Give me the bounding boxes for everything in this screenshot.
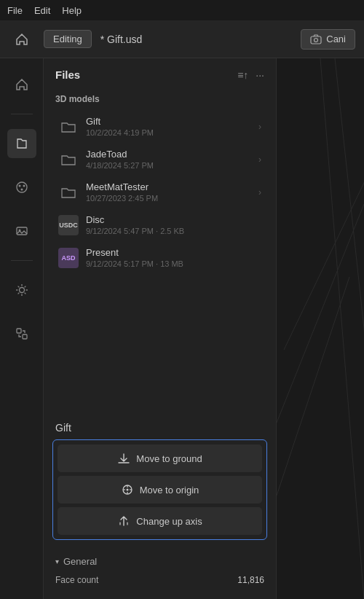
sidebar-files-btn[interactable] xyxy=(7,129,36,158)
more-icon[interactable]: ··· xyxy=(256,69,264,81)
menu-help[interactable]: Help xyxy=(62,5,82,16)
list-item[interactable]: MeetMatTester 10/27/2023 2:45 PM › xyxy=(47,176,273,208)
file-info: Present 9/12/2024 5:17 PM · 13 MB xyxy=(86,247,261,268)
svg-point-2 xyxy=(17,182,27,192)
svg-line-16 xyxy=(17,293,19,294)
change-up-axis-button[interactable]: Change up axis xyxy=(58,507,262,535)
list-item[interactable]: ASD Present 9/12/2024 5:17 PM · 13 MB xyxy=(47,241,273,274)
change-up-axis-label: Change up axis xyxy=(136,516,202,527)
svg-point-21 xyxy=(126,489,128,491)
chevron-right-icon: › xyxy=(258,154,261,165)
file-meta: 10/2/2024 4:19 PM xyxy=(86,128,251,137)
svg-line-27 xyxy=(335,58,364,599)
toolbar: Editing * Gift.usd Cani xyxy=(0,20,364,58)
filename-label: * Gift.usd xyxy=(100,34,143,45)
sidebar-effects-btn[interactable] xyxy=(7,319,36,348)
file-meta: 10/27/2023 2:45 PM xyxy=(86,194,251,203)
svg-rect-0 xyxy=(311,36,321,44)
sort-icon[interactable]: ≡↑ xyxy=(237,69,248,81)
main-layout: Files ≡↑ ··· 3D models Gift 10/2/2024 4:… xyxy=(0,58,364,599)
file-info: MeetMatTester 10/27/2023 2:45 PM xyxy=(86,181,251,203)
spacer xyxy=(44,274,276,409)
sidebar-light-btn[interactable] xyxy=(7,275,36,305)
sidebar-palette-btn[interactable] xyxy=(7,173,36,202)
general-section: ▾ General Face count 11,816 xyxy=(52,549,267,592)
panel-title: Files xyxy=(55,68,80,81)
viewport-grid xyxy=(277,58,364,599)
move-to-ground-button[interactable]: Move to ground xyxy=(58,445,262,472)
camera-label: Cani xyxy=(326,34,346,44)
list-item[interactable]: USDC Disc 9/12/2024 5:47 PM · 2.5 KB xyxy=(47,208,273,241)
file-meta: 4/18/2024 5:27 PM xyxy=(86,161,251,170)
svg-line-15 xyxy=(24,286,25,288)
svg-point-8 xyxy=(19,288,24,293)
gift-label: Gift xyxy=(52,416,267,439)
file-meta: 9/12/2024 5:47 PM · 2.5 KB xyxy=(86,227,261,235)
asd-badge: ASD xyxy=(58,248,79,268)
file-name: Disc xyxy=(86,214,261,225)
chevron-right-icon: › xyxy=(258,122,261,132)
file-info: Gift 10/2/2024 4:19 PM xyxy=(86,116,251,137)
list-item[interactable]: Gift 10/2/2024 4:19 PM › xyxy=(47,110,273,143)
viewport-area xyxy=(277,58,364,599)
folder-icon xyxy=(58,182,79,203)
list-item[interactable]: JadeToad 4/18/2024 5:27 PM › xyxy=(47,143,273,176)
move-to-origin-button[interactable]: Move to origin xyxy=(58,476,262,504)
file-info: JadeToad 4/18/2024 5:27 PM xyxy=(86,149,251,170)
svg-line-30 xyxy=(277,277,349,496)
face-count-value: 11,816 xyxy=(237,575,264,585)
svg-point-5 xyxy=(20,189,23,191)
face-count-label: Face count xyxy=(55,575,98,585)
svg-point-3 xyxy=(18,185,20,187)
editing-badge[interactable]: Editing xyxy=(44,30,92,48)
action-buttons-group: Move to ground Move to origin xyxy=(52,439,267,540)
home-button[interactable] xyxy=(9,26,35,52)
file-name: MeetMatTester xyxy=(86,181,251,192)
folder-icon xyxy=(58,117,79,137)
files-panel: Files ≡↑ ··· 3D models Gift 10/2/2024 4:… xyxy=(44,58,277,599)
general-row: Face count 11,816 xyxy=(52,571,267,589)
svg-line-26 xyxy=(320,58,364,599)
svg-line-28 xyxy=(277,204,364,423)
svg-line-14 xyxy=(24,293,25,294)
sidebar-divider-1 xyxy=(11,114,33,114)
file-meta: 9/12/2024 5:17 PM · 13 MB xyxy=(86,259,261,268)
sidebar-home-btn[interactable] xyxy=(7,70,36,99)
bottom-panel: Gift Move to ground xyxy=(44,409,276,599)
file-name: JadeToad xyxy=(86,149,251,160)
icon-sidebar xyxy=(0,58,44,599)
svg-rect-17 xyxy=(17,329,21,333)
file-name: Present xyxy=(86,247,261,258)
sidebar-image-btn[interactable] xyxy=(7,216,36,246)
usdc-badge: USDC xyxy=(58,215,79,235)
menu-edit[interactable]: Edit xyxy=(34,5,50,16)
file-name: Gift xyxy=(86,116,251,127)
section-label: 3D models xyxy=(44,88,276,110)
file-info: Disc 9/12/2024 5:47 PM · 2.5 KB xyxy=(86,214,261,235)
svg-point-1 xyxy=(314,38,318,42)
svg-line-13 xyxy=(17,286,19,288)
general-section-label: General xyxy=(63,556,97,567)
general-header[interactable]: ▾ General xyxy=(52,552,267,571)
panel-header-icons: ≡↑ ··· xyxy=(237,69,264,81)
chevron-down-icon: ▾ xyxy=(55,557,59,565)
panel-header: Files ≡↑ ··· xyxy=(44,58,276,88)
badge-label: ASD xyxy=(61,254,75,262)
camera-button[interactable]: Cani xyxy=(301,29,355,50)
toolbar-right: Cani xyxy=(301,29,355,50)
move-to-origin-label: Move to origin xyxy=(140,485,199,496)
svg-point-4 xyxy=(23,185,25,187)
sidebar-divider-2 xyxy=(11,260,33,261)
menu-file[interactable]: File xyxy=(7,5,23,16)
move-to-ground-label: Move to ground xyxy=(136,453,202,464)
menubar: File Edit Help xyxy=(0,0,364,20)
svg-line-29 xyxy=(284,168,364,350)
chevron-right-icon: › xyxy=(258,187,261,197)
svg-rect-18 xyxy=(23,334,27,339)
folder-icon xyxy=(58,149,79,170)
